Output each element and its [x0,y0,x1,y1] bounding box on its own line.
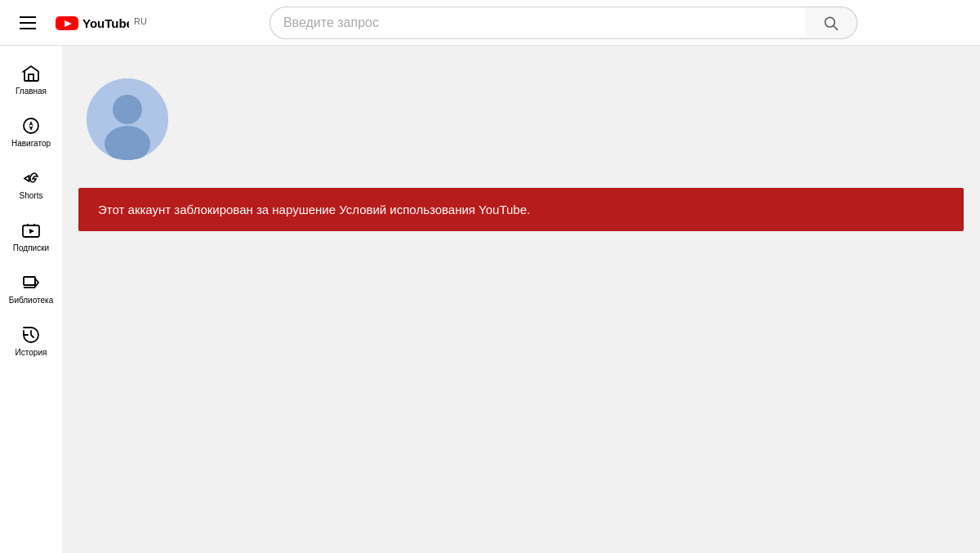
sidebar-item-shorts[interactable]: Shorts [0,157,62,209]
svg-point-18 [105,126,150,160]
sidebar-item-navigator-label: Навигатор [11,139,51,149]
header-left: YouTube RU [13,10,147,36]
sidebar-item-history-label: История [16,348,47,358]
profile-header [78,62,964,185]
svg-line-4 [834,25,838,29]
sidebar-item-subscriptions-label: Подписки [13,243,49,253]
banned-message: Этот аккаунт заблокирован за нарушение У… [98,203,530,216]
header: YouTube RU [0,0,980,46]
sidebar-item-subscriptions[interactable]: Подписки [0,209,62,261]
search-container [270,7,858,39]
sidebar-item-home[interactable]: Главная [0,52,62,105]
search-button[interactable] [805,7,858,39]
home-icon [21,64,41,83]
search-icon [822,15,839,31]
subscriptions-icon [21,221,41,240]
history-icon [21,325,41,345]
compass-icon [21,116,41,136]
logo[interactable]: YouTube RU [56,15,147,31]
svg-marker-10 [29,229,34,234]
sidebar-item-history[interactable]: История [0,314,62,366]
avatar [87,78,168,160]
search-input[interactable] [270,7,805,39]
svg-point-17 [113,95,142,124]
svg-rect-5 [29,74,33,81]
sidebar-item-navigator[interactable]: Навигатор [0,105,62,157]
youtube-logo-icon: YouTube [56,15,129,31]
svg-rect-13 [24,277,35,285]
sidebar-item-library[interactable]: Библиотека [0,261,62,314]
sidebar-item-library-label: Библиотека [9,296,53,305]
sidebar: Главная Навигатор Shorts Подписки [0,46,62,553]
avatar-icon [87,78,168,160]
sidebar-item-home-label: Главная [16,87,47,96]
svg-marker-14 [35,279,38,287]
banned-banner: Этот аккаунт заблокирован за нарушение У… [78,188,964,231]
main-content: Этот аккаунт заблокирован за нарушение У… [62,46,980,553]
library-icon [21,273,41,292]
shorts-icon [21,168,41,188]
svg-point-6 [24,118,38,133]
svg-text:YouTube: YouTube [82,16,129,30]
region-badge: RU [134,16,147,26]
svg-marker-8 [29,126,33,131]
hamburger-menu-button[interactable] [13,10,42,36]
svg-marker-7 [29,121,33,126]
sidebar-item-shorts-label: Shorts [20,191,43,201]
